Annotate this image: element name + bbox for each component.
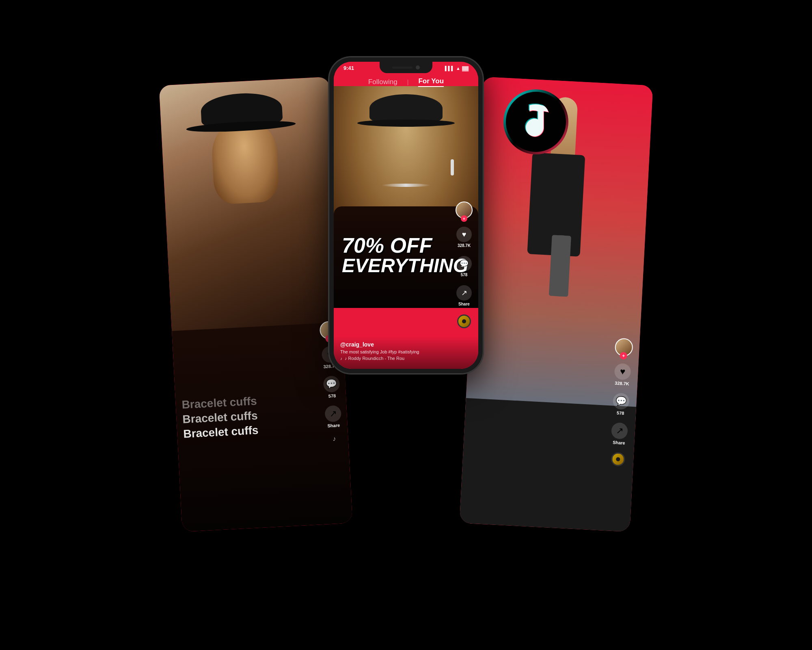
nav-tabs: Following | For You [334, 77, 478, 87]
music-info: ♪ ♪ Roddy Roundicch - The Rou [340, 356, 472, 361]
right-card-comments: 💬 578 [612, 393, 630, 416]
battery-icon: ▓▓ [462, 66, 469, 71]
music-note-icon: ♪ [340, 356, 342, 361]
main-scene: Bracelet cuffs Bracelet cuffs Bracelet c… [162, 41, 650, 609]
phone-like-count: 328.7K [458, 243, 471, 248]
tiktok-logo [503, 89, 568, 154]
phone-comments: 💬 578 [456, 256, 472, 277]
right-comment-icon[interactable]: 💬 [613, 393, 630, 410]
main-phone: 9:41 ▌▌▌ ▲ ▓▓ Following | For You [329, 57, 483, 374]
phone-follow-plus[interactable]: + [461, 215, 467, 222]
promo-main-text: 70% OFF [342, 235, 454, 256]
creator-name: @craig_love [340, 341, 472, 348]
video-caption: The most satisfying Job #fyp #satisfying [340, 349, 472, 354]
promo-sub-text: EVERYTHING [342, 256, 454, 275]
right-heart-icon[interactable]: ♥ [614, 363, 631, 380]
phone-side-icons: + ♥ 328.7K 💬 578 ↗ Share [456, 202, 473, 328]
left-background-card: Bracelet cuffs Bracelet cuffs Bracelet c… [159, 77, 352, 532]
notch-camera [416, 65, 420, 69]
phone-share: ↗ Share [456, 285, 472, 306]
phone-comment-count: 578 [461, 273, 468, 277]
music-title: ♪ Roddy Roundicch - The Rou [345, 356, 404, 361]
phone-share-label: Share [458, 302, 470, 306]
nav-divider: | [407, 79, 409, 85]
notch-speaker [392, 67, 412, 69]
right-share-label: Share [613, 440, 625, 446]
right-card-likes: ♥ 328.7K [614, 363, 631, 386]
right-card-music-disc [611, 452, 625, 467]
phone-heart-icon[interactable]: ♥ [456, 227, 472, 242]
signal-icon: ▌▌▌ [445, 66, 454, 71]
phone-video-info: @craig_love The most satisfying Job #fyp… [334, 336, 478, 369]
promo-text-area: 70% OFF EVERYTHING [342, 235, 454, 275]
phone-avatar-container: + [456, 202, 473, 219]
right-card-like-count: 328.7K [615, 381, 629, 386]
wifi-icon: ▲ [456, 66, 460, 71]
phone-notch [380, 62, 432, 73]
tiktok-note-svg [520, 104, 552, 140]
time-display: 9:41 [343, 65, 354, 71]
right-card-share: ↗ Share [611, 422, 628, 446]
right-card-follow-plus[interactable]: + [620, 352, 627, 360]
phone-comment-icon[interactable]: 💬 [456, 256, 472, 271]
right-share-icon[interactable]: ↗ [611, 422, 628, 440]
music-note-icon: ♪ [333, 435, 336, 442]
phone-share-icon[interactable]: ↗ [456, 285, 472, 301]
right-card-comment-count: 578 [617, 410, 624, 416]
tab-following[interactable]: Following [368, 78, 397, 86]
tab-for-you[interactable]: For You [418, 77, 444, 87]
phone-music-disc [457, 314, 471, 328]
phone-likes: ♥ 328.7K [456, 227, 472, 248]
